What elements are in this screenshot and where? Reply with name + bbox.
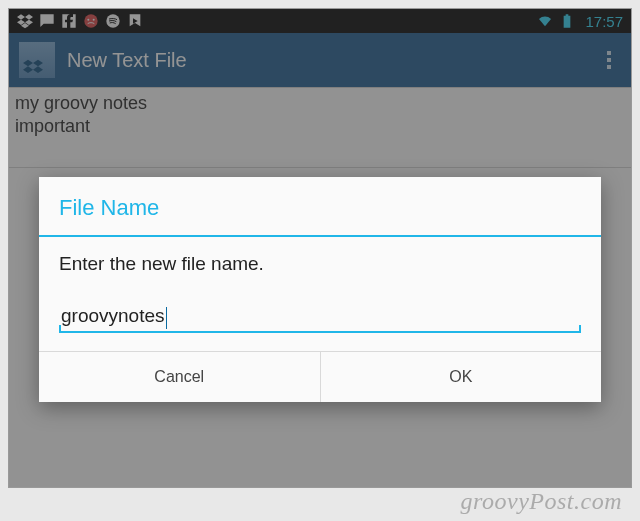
text-cursor [166, 307, 168, 329]
ok-button[interactable]: OK [320, 352, 602, 402]
dialog-title: File Name [39, 177, 601, 237]
device-screen: 17:57 New Text File my groovy notes impo… [8, 8, 632, 488]
file-name-input-value: groovynotes [61, 305, 165, 326]
file-name-dialog: File Name Enter the new file name. groov… [39, 177, 601, 402]
watermark: groovyPost.com [461, 488, 622, 515]
dialog-message: Enter the new file name. [59, 253, 581, 275]
cancel-button[interactable]: Cancel [39, 352, 320, 402]
file-name-input[interactable]: groovynotes [59, 303, 581, 333]
